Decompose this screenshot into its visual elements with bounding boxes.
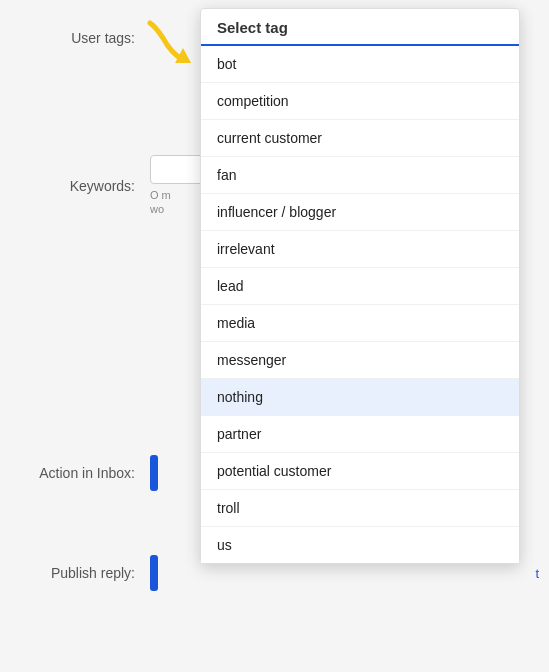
publish-reply-label: Publish reply:: [20, 565, 150, 581]
keywords-label: Keywords:: [20, 178, 150, 194]
dropdown-item-irrelevant[interactable]: irrelevant: [201, 231, 519, 268]
dropdown-item-influencer-blogger[interactable]: influencer / blogger: [201, 194, 519, 231]
dropdown-item-media[interactable]: media: [201, 305, 519, 342]
dropdown-list: botcompetitioncurrent customerfaninfluen…: [201, 46, 519, 563]
dropdown-item-troll[interactable]: troll: [201, 490, 519, 527]
dropdown-item-us[interactable]: us: [201, 527, 519, 563]
dropdown-item-messenger[interactable]: messenger: [201, 342, 519, 379]
dropdown-item-fan[interactable]: fan: [201, 157, 519, 194]
publish-reply-text: t: [535, 566, 539, 581]
page-container: User tags: Keywords: O mwo Action in Inb…: [0, 0, 549, 672]
dropdown-item-competition[interactable]: competition: [201, 83, 519, 120]
user-tags-label: User tags:: [20, 30, 150, 46]
action-inbox-label: Action in Inbox:: [20, 465, 150, 481]
action-inbox-button[interactable]: [150, 455, 158, 491]
tag-dropdown: Select tag botcompetitioncurrent custome…: [200, 8, 520, 564]
dropdown-item-nothing[interactable]: nothing: [201, 379, 519, 416]
dropdown-item-current-customer[interactable]: current customer: [201, 120, 519, 157]
publish-reply-button[interactable]: [150, 555, 158, 591]
dropdown-item-potential-customer[interactable]: potential customer: [201, 453, 519, 490]
dropdown-item-bot[interactable]: bot: [201, 46, 519, 83]
dropdown-item-partner[interactable]: partner: [201, 416, 519, 453]
dropdown-header: Select tag: [201, 9, 519, 46]
dropdown-item-lead[interactable]: lead: [201, 268, 519, 305]
